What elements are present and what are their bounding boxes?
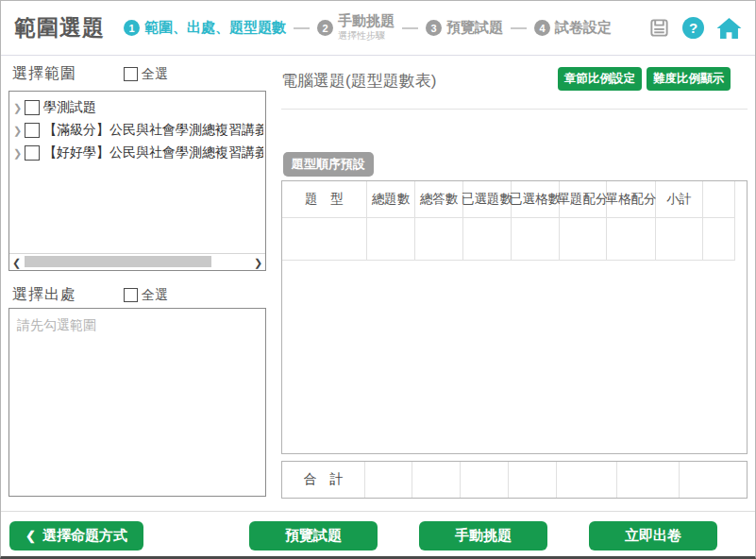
table-cell [463,218,512,261]
col-points-per-question: 單題配分 [560,181,607,218]
table-cell [703,218,735,261]
step-1-number-badge: 1 [124,20,140,36]
step-2-number-badge: 2 [317,20,333,36]
total-cell [617,462,680,498]
source-placeholder-text: 請先勾選範圍 [9,309,265,343]
total-cell [365,462,412,498]
col-question-type: 題 型 [282,181,367,218]
chapter-ratio-button[interactable]: 章節比例設定 [558,67,642,91]
table-cell [367,218,415,261]
total-cell [461,462,509,498]
range-tree: ❯ 學測試題 ❯ 【滿級分】公民與社會學測總複習講義 賈 ❯ 【好好學】公民與社… [9,92,265,164]
step-divider [511,27,527,29]
question-type-table: 題 型 總題數 總答數 已選題數 已選格數 單題配分 單格配分 小計 [281,180,748,454]
source-select-all-checkbox[interactable] [124,288,138,302]
help-icon[interactable]: ? [682,17,704,39]
table-cell [607,218,656,261]
total-cell [509,462,557,498]
col-points-per-blank: 單格配分 [607,181,656,218]
tree-item-exam-questions[interactable]: ❯ 學測試題 [11,96,263,119]
home-icon[interactable] [716,17,742,40]
back-to-method-button[interactable]: ❮ 選擇命題方式 [9,521,143,551]
step-3-preview[interactable]: 3 預覽試題 [426,20,503,36]
horizontal-scrollbar[interactable]: ❮ ❯ [9,253,265,270]
computer-selection-title: 電腦選題(題型題數表) [281,70,436,92]
table-cell [560,218,607,261]
total-label-cell: 合 計 [282,462,365,498]
step-divider [294,27,310,29]
total-cell [680,462,747,498]
table-cell [512,218,560,261]
col-subtotal: 小計 [656,181,703,218]
manual-pick-button[interactable]: 手動挑題 [419,521,547,551]
range-select-all-checkbox[interactable] [124,67,138,81]
expand-chevron-icon[interactable]: ❯ [11,147,24,160]
tree-item-full-score-book[interactable]: ❯ 【滿級分】公民與社會學測總複習講義 賈 [11,119,263,142]
right-panel-divider [281,109,748,110]
total-cell [557,462,617,498]
step-4-paper-settings[interactable]: 4 試卷設定 [534,20,612,36]
scrollbar-thumb[interactable] [25,256,211,267]
tree-item-checkbox[interactable] [25,100,40,115]
scroll-left-arrow-icon[interactable]: ❮ [9,255,24,270]
col-selected-blanks: 已選格數 [512,181,560,218]
source-section-title: 選擇出處 [12,285,124,305]
tree-item-checkbox[interactable] [25,123,40,138]
range-section-title: 選擇範圍 [12,64,124,84]
step-2-manual-pick[interactable]: 2 手動挑題 選擇性步驟 [317,13,395,43]
question-order-default-badge[interactable]: 題型順序預設 [283,152,374,177]
total-row: 合 計 [281,461,748,499]
range-section-header: 選擇範圍 全選 [12,64,267,84]
step-4-number-badge: 4 [534,20,550,36]
header-icon-group: ? [648,1,742,55]
table-cell [656,218,703,261]
page-title: 範圍選題 [14,13,105,42]
app-window: 範圍選題 1 範圍、出處、題型題數 2 手動挑題 選擇性步驟 3 預覽試題 4 [0,0,756,559]
step-3-number-badge: 3 [426,20,442,36]
chevron-left-icon: ❮ [25,529,36,543]
expand-chevron-icon[interactable]: ❯ [11,125,24,137]
scroll-right-arrow-icon[interactable]: ❯ [251,255,265,270]
tree-item-study-well-book[interactable]: ❯ 【好好學】公民與社會學測總複習講義 賈 [11,142,263,164]
step-1-range[interactable]: 1 範圍、出處、題型題數 [124,20,286,36]
col-total-questions: 總題數 [367,181,415,218]
table-cell [282,218,367,261]
col-total-answers: 總答數 [415,181,463,218]
source-select-all[interactable]: 全選 [124,287,168,304]
generate-paper-button[interactable]: 立即出卷 [589,521,717,551]
step-2-subtitle: 選擇性步驟 [338,29,395,42]
step-divider [402,27,418,29]
difficulty-ratio-button[interactable]: 難度比例顯示 [647,67,731,91]
col-extra [703,181,735,218]
tree-item-checkbox[interactable] [25,145,40,161]
save-icon[interactable] [648,17,670,39]
range-tree-listbox: ❯ 學測試題 ❯ 【滿級分】公民與社會學測總複習講義 賈 ❯ 【好好學】公民與社… [8,91,266,271]
range-select-all[interactable]: 全選 [124,66,168,83]
table-cell [415,218,463,261]
col-selected-questions: 已選題數 [463,181,512,218]
source-section-header: 選擇出處 全選 [12,285,267,305]
table-empty-row [282,218,747,261]
expand-chevron-icon[interactable]: ❯ [11,102,24,114]
scrollbar-track[interactable] [24,254,251,270]
table-header-row: 題 型 總題數 總答數 已選題數 已選格數 單題配分 單格配分 小計 [282,181,747,218]
footer-divider [1,511,755,512]
preview-questions-button[interactable]: 預覽試題 [249,521,378,551]
header-bar: 範圍選題 1 範圍、出處、題型題數 2 手動挑題 選擇性步驟 3 預覽試題 4 [1,1,755,56]
source-listbox: 請先勾選範圍 [8,308,266,497]
total-cell [412,462,461,498]
wizard-stepper: 1 範圍、出處、題型題數 2 手動挑題 選擇性步驟 3 預覽試題 4 試卷設定 [124,13,612,43]
